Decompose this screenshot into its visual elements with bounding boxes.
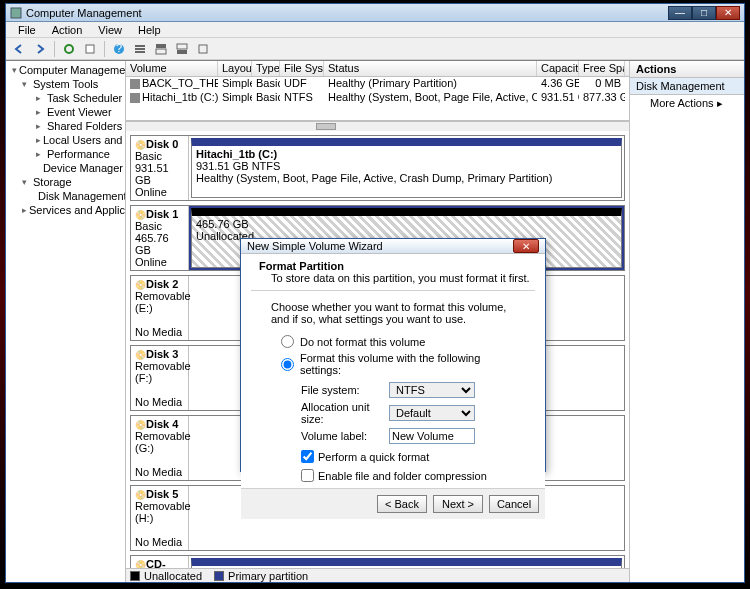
alloc-select[interactable]: Default [389,405,475,421]
vol-label: Volume label: [301,430,389,442]
tree-shared-folders[interactable]: ▸Shared Folders [8,119,123,133]
tree-local-users[interactable]: ▸Local Users and Groups [8,133,123,147]
help-button[interactable]: ? [110,40,128,58]
wizard-instruction: Choose whether you want to format this v… [251,297,535,329]
next-button[interactable]: Next > [433,495,483,513]
actions-header: Actions [630,61,744,78]
col-status[interactable]: Status [324,61,537,76]
svg-rect-2 [86,45,94,53]
view-bottom-button[interactable] [173,40,191,58]
disk-label[interactable]: 📀Disk 1Basic465.76 GBOnline [131,206,189,270]
wizard-titlebar[interactable]: New Simple Volume Wizard ✕ [241,239,545,254]
checkbox-quick[interactable] [301,450,314,463]
back-button[interactable] [10,40,28,58]
close-button[interactable]: ✕ [716,6,740,20]
disk-row[interactable]: 📀CD-ROM 0DVD4.36 GBOnlineBACK_TO_THE_FUT… [130,555,625,568]
volume-list-scrollbar[interactable] [126,121,629,131]
vol-input[interactable] [389,428,475,444]
svg-rect-5 [135,45,145,47]
disk-label[interactable]: 📀Disk 2Removable (E:)No Media [131,276,189,340]
svg-rect-9 [156,49,166,54]
view-top-button[interactable] [152,40,170,58]
volume-list-header[interactable]: Volume Layout Type File System Status Ca… [126,61,629,77]
tree-root[interactable]: ▾Computer Management (Local [8,63,123,77]
fs-label: File system: [301,384,389,396]
disk-label[interactable]: 📀Disk 4Removable (G:)No Media [131,416,189,480]
disk-row[interactable]: 📀Disk 0Basic931.51 GBOnlineHitachi_1tb (… [130,135,625,201]
app-icon [10,7,22,19]
settings-button[interactable] [194,40,212,58]
radio-format[interactable] [281,358,294,371]
properties-button[interactable] [81,40,99,58]
menubar: File Action View Help [6,22,744,38]
col-capacity[interactable]: Capacity [537,61,579,76]
chk-compress[interactable]: Enable file and folder compression [251,469,535,482]
volume-row[interactable]: Hitachi_1tb (C:)SimpleBasicNTFSHealthy (… [126,91,629,105]
svg-rect-10 [177,44,187,49]
legend-unalloc-swatch [130,571,140,581]
col-fs[interactable]: File System [280,61,324,76]
nav-tree[interactable]: ▾Computer Management (Local ▾System Tool… [6,61,126,582]
actions-diskmgmt[interactable]: Disk Management [630,78,744,95]
actions-pane: Actions Disk Management More Actions ▸ [629,61,744,582]
titlebar[interactable]: Computer Management — □ ✕ [6,4,744,22]
opt-noformat[interactable]: Do not format this volume [281,335,505,348]
forward-button[interactable] [31,40,49,58]
disk-label[interactable]: 📀Disk 3Removable (F:)No Media [131,346,189,410]
col-layout[interactable]: Layout [218,61,252,76]
svg-rect-6 [135,48,145,50]
partition[interactable]: Hitachi_1tb (C:)931.51 GB NTFSHealthy (S… [191,138,622,198]
legend: Unallocated Primary partition [126,568,629,582]
tree-event-viewer[interactable]: ▸Event Viewer [8,105,123,119]
svg-text:?: ? [116,43,122,54]
svg-rect-11 [177,50,187,54]
actions-more[interactable]: More Actions ▸ [630,95,744,112]
volume-list[interactable]: Volume Layout Type File System Status Ca… [126,61,629,121]
disk-label[interactable]: 📀CD-ROM 0DVD4.36 GBOnline [131,556,189,568]
back-button[interactable]: < Back [377,495,427,513]
legend-primary-swatch [214,571,224,581]
tree-device-manager[interactable]: Device Manager [8,161,123,175]
maximize-button[interactable]: □ [692,6,716,20]
col-type[interactable]: Type [252,61,280,76]
view-list-button[interactable] [131,40,149,58]
svg-rect-12 [199,45,207,53]
wizard-heading: Format Partition [251,260,535,272]
disk-label[interactable]: 📀Disk 5Removable (H:)No Media [131,486,189,550]
tree-system-tools[interactable]: ▾System Tools [8,77,123,91]
cancel-button[interactable]: Cancel [489,495,539,513]
scrollbar-thumb[interactable] [316,123,336,130]
tree-storage[interactable]: ▾Storage [8,175,123,189]
wizard-close-button[interactable]: ✕ [513,239,539,253]
toolbar: ? [6,38,744,60]
col-volume[interactable]: Volume [126,61,218,76]
chk-quick[interactable]: Perform a quick format [251,450,535,463]
svg-rect-0 [11,8,21,18]
menu-action[interactable]: Action [44,24,91,36]
tree-services-apps[interactable]: ▸Services and Applications [8,203,123,217]
menu-view[interactable]: View [90,24,130,36]
wizard-title: New Simple Volume Wizard [247,240,513,252]
refresh-button[interactable] [60,40,78,58]
svg-point-1 [65,45,73,53]
window-title: Computer Management [26,7,668,19]
minimize-button[interactable]: — [668,6,692,20]
tree-performance[interactable]: ▸Performance [8,147,123,161]
partition[interactable]: BACK_TO_THE_FUT (D:)4.36 GB UDFHealthy (… [191,558,622,568]
svg-rect-8 [156,44,166,48]
opt-format[interactable]: Format this volume with the following se… [281,352,505,376]
disk-label[interactable]: 📀Disk 0Basic931.51 GBOnline [131,136,189,200]
menu-help[interactable]: Help [130,24,169,36]
alloc-label: Allocation unit size: [301,401,389,425]
svg-rect-7 [135,51,145,53]
wizard-subheading: To store data on this partition, you mus… [251,272,535,284]
tree-disk-management[interactable]: Disk Management [8,189,123,203]
menu-file[interactable]: File [10,24,44,36]
fs-select[interactable]: NTFS [389,382,475,398]
checkbox-compress[interactable] [301,469,314,482]
wizard-dialog[interactable]: New Simple Volume Wizard ✕ Format Partit… [240,238,546,472]
tree-task-scheduler[interactable]: ▸Task Scheduler [8,91,123,105]
volume-row[interactable]: BACK_TO_THE_FUT (D:)SimpleBasicUDFHealth… [126,77,629,91]
radio-noformat[interactable] [281,335,294,348]
col-free[interactable]: Free Space [579,61,625,76]
